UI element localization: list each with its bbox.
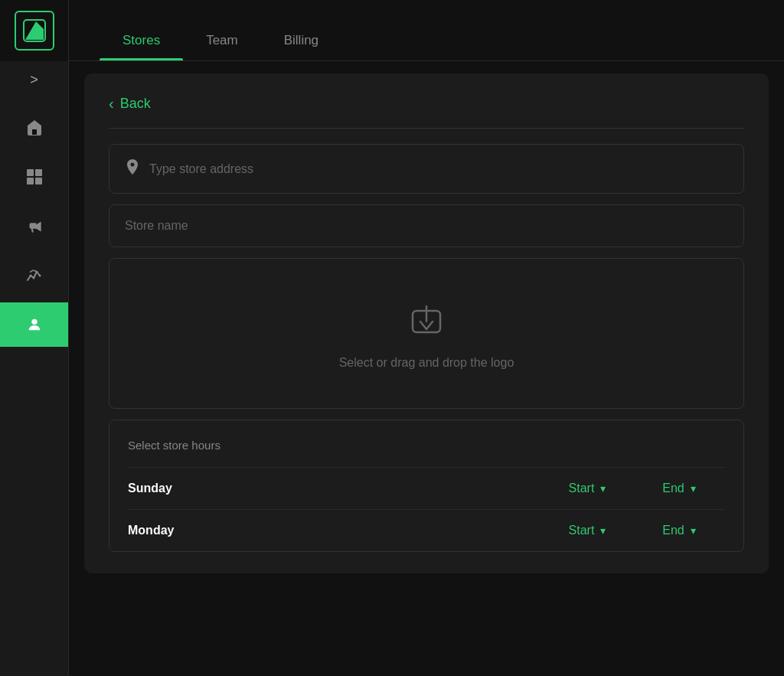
address-placeholder: Type store address [149,162,253,176]
sidebar-item-account[interactable] [0,302,68,347]
svg-point-11 [31,319,37,325]
sidebar-item-stores[interactable] [0,105,68,151]
main-content: Stores Team Billing ‹ Back Type store ad… [69,0,784,676]
sunday-start-selector[interactable]: Start ▾ [541,482,633,495]
monday-start-selector[interactable]: Start ▾ [541,524,633,537]
monday-start-chevron: ▾ [600,524,606,537]
sidebar-nav [0,105,68,347]
svg-rect-2 [32,129,37,135]
store-name-field[interactable]: Store name [109,204,744,247]
upload-text: Select or drag and drop the logo [339,356,514,370]
store-name-placeholder: Store name [125,219,188,233]
sunday-label: Sunday [128,482,541,495]
back-button[interactable]: ‹ Back [109,95,744,129]
sunday-end-label: End [662,482,684,495]
svg-rect-5 [27,178,34,185]
svg-rect-4 [35,169,42,176]
hours-section: Select store hours Sunday Start ▾ End ▾ … [109,420,744,552]
tab-team[interactable]: Team [183,33,261,60]
monday-end-selector[interactable]: End ▾ [633,524,725,537]
form-card: ‹ Back Type store address Store name [84,73,769,573]
address-field[interactable]: Type store address [109,144,744,194]
location-icon [125,158,140,179]
svg-marker-1 [25,21,44,40]
monday-row: Monday Start ▾ End ▾ [128,509,725,551]
tab-stores[interactable]: Stores [100,33,183,60]
svg-point-7 [29,275,31,277]
svg-rect-3 [27,169,34,176]
svg-point-8 [32,277,34,279]
sunday-start-label: Start [569,482,595,495]
sunday-end-selector[interactable]: End ▾ [633,482,725,495]
sidebar: > [0,0,69,676]
sidebar-toggle[interactable]: > [0,61,68,99]
back-label: Back [120,96,151,112]
monday-end-chevron: ▾ [691,524,696,537]
app-logo [15,11,54,51]
monday-label: Monday [128,524,541,537]
sidebar-item-analytics[interactable] [0,253,68,299]
logo-area [0,0,68,61]
monday-start-label: Start [569,524,595,537]
logo-upload-area[interactable]: Select or drag and drop the logo [109,258,744,409]
monday-end-label: End [662,524,684,537]
sunday-row: Sunday Start ▾ End ▾ [128,467,725,509]
upload-icon [407,297,446,344]
sunday-start-chevron: ▾ [600,482,606,495]
sidebar-item-campaigns[interactable] [0,203,68,250]
hours-title: Select store hours [128,439,725,452]
back-chevron-icon: ‹ [109,95,114,113]
svg-point-10 [38,275,41,277]
sunday-end-chevron: ▾ [691,482,696,495]
tab-billing[interactable]: Billing [261,33,341,60]
content-area: ‹ Back Type store address Store name [69,61,784,676]
sidebar-item-dashboard[interactable] [0,154,68,200]
svg-rect-6 [35,178,42,185]
tab-bar: Stores Team Billing [69,0,784,61]
